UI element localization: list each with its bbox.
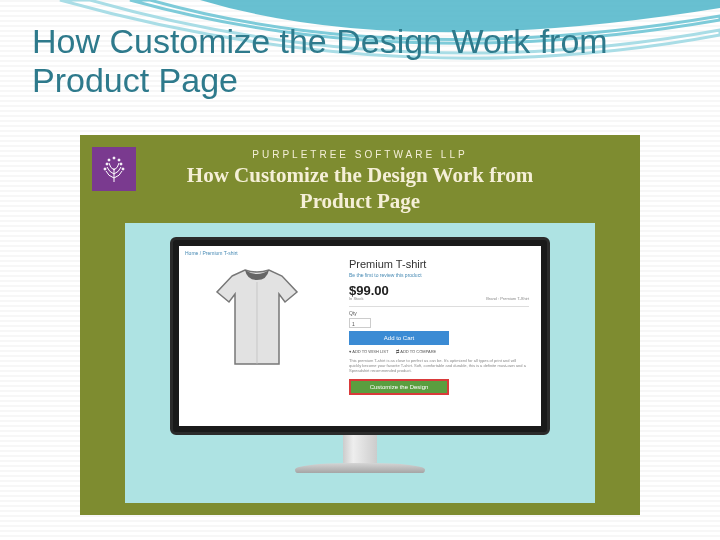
product-description: This premium T-shirt is as close to perf… bbox=[349, 358, 529, 374]
tshirt-image bbox=[207, 264, 307, 374]
svg-point-4 bbox=[120, 163, 122, 165]
product-name: Premium T-shirt bbox=[349, 258, 529, 270]
company-name: PURPLETREE SOFTWARE LLP bbox=[252, 149, 467, 160]
svg-point-3 bbox=[106, 163, 108, 165]
compare-link: ⇄ ADD TO COMPARE bbox=[396, 349, 436, 354]
add-to-cart-button: Add to Cart bbox=[349, 331, 449, 345]
monitor-backdrop: Home / Premium T-shirt Premium T-shirt B… bbox=[125, 223, 595, 503]
customize-design-button: Customize the Design bbox=[349, 379, 449, 395]
embedded-slide: PURPLETREE SOFTWARE LLP How Customize th… bbox=[80, 135, 640, 515]
svg-point-5 bbox=[108, 159, 110, 161]
slide-title: How Customize the Design Work from Produ… bbox=[32, 22, 632, 100]
stock-status: In Stock bbox=[349, 296, 363, 301]
svg-point-6 bbox=[118, 159, 120, 161]
brand-label: Brand : Premium T-Shirt bbox=[486, 296, 529, 301]
qty-input: 1 bbox=[349, 318, 371, 328]
product-page-screen: Home / Premium T-shirt Premium T-shirt B… bbox=[179, 246, 541, 426]
monitor-stand-base bbox=[295, 463, 425, 473]
svg-point-2 bbox=[122, 168, 124, 170]
company-logo bbox=[92, 147, 136, 191]
qty-label: Qty bbox=[349, 310, 529, 316]
svg-point-1 bbox=[104, 168, 106, 170]
monitor-stand-neck bbox=[343, 435, 377, 463]
embedded-title: How Customize the Design Work from Produ… bbox=[150, 162, 570, 215]
monitor-bezel: Home / Premium T-shirt Premium T-shirt B… bbox=[170, 237, 550, 435]
monitor: Home / Premium T-shirt Premium T-shirt B… bbox=[170, 237, 550, 473]
svg-point-7 bbox=[113, 157, 115, 159]
review-link: Be the first to review this product bbox=[349, 272, 529, 278]
breadcrumb: Home / Premium T-shirt bbox=[185, 250, 238, 256]
wishlist-link: ♥ ADD TO WISH LIST bbox=[349, 349, 388, 354]
